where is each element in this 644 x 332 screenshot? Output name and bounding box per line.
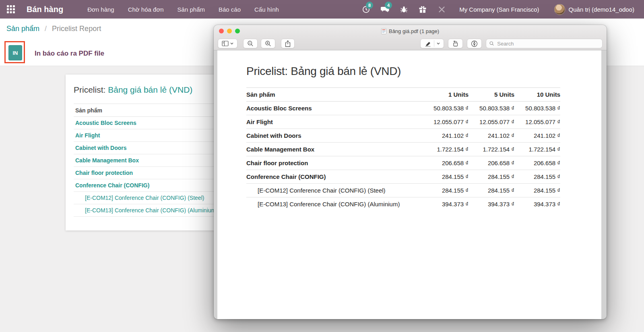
window-content: Pricelist: Bảng giá bán lẻ (VND) Sản phẩ… [214,50,607,319]
user-name: Quản trị (demo14_odoo) [569,6,634,13]
search-input[interactable] [496,40,599,47]
company-switcher[interactable]: My Company (San Francisco) [457,6,541,13]
pdf-page: Pricelist: Bảng giá bán lẻ (VND) Sản phẩ… [217,50,601,319]
price-cell: 1.722.154 ₫ [514,143,560,156]
pdf-table-body: Acoustic Bloc Screens50.803.538 ₫50.803.… [246,102,560,211]
crossed-tools-glyph [438,6,446,13]
zoom-out-icon [247,40,254,47]
report-title-pricelist-link[interactable]: Bảng giá bán lẻ (VND) [108,85,192,94]
breadcrumb-separator: / [45,25,47,33]
breadcrumb-current: Pricelist Report [52,25,101,33]
pdf-preview-window: Bảng giá.pdf (1 page) [214,25,607,319]
price-cell: 241.102 ₫ [423,129,469,143]
search-icon [489,41,494,46]
table-row: Cable Management Box1.722.154 ₫1.722.154… [246,143,560,156]
price-cell: 394.373 ₫ [423,197,469,211]
top-navbar: Bán hàng Đơn hàngChờ hóa đơnSản phẩmBáo … [0,0,644,19]
column-header-1-units: 1 Units [423,88,469,102]
product-name-cell: Air Flight [246,115,423,129]
rotate-button[interactable] [448,39,463,48]
menu-item-orders[interactable]: Đơn hàng [87,6,114,13]
sidebar-icon [222,41,229,46]
table-row: Cabinet with Doors241.102 ₫241.102 ₫241.… [246,129,560,143]
navbar-systray: 8 4 [361,4,637,15]
price-cell: 284.155 ₫ [423,184,469,197]
gift-glyph [419,6,427,13]
share-icon [285,40,291,47]
price-cell: 50.803.538 ₫ [469,102,514,115]
pen-in-circle-icon [471,40,478,47]
table-row: [E-COM13] Conference Chair (CONFIG) (Alu… [246,197,560,211]
apps-grid-glyph [6,5,15,14]
bug-glyph [400,6,408,13]
zoom-in-button[interactable] [261,39,275,48]
price-cell: 394.373 ₫ [514,197,560,211]
table-row: [E-COM12] Conference Chair (CONFIG) (Ste… [246,184,560,197]
zoom-window-button[interactable] [235,29,240,33]
bug-icon[interactable] [399,5,408,14]
print-label: In báo cáo ra PDF file [35,50,104,58]
pdf-pricelist-table: Sản phẩm 1 Units 5 Units 10 Units Acoust… [246,87,560,211]
messages-icon[interactable]: 4 [380,5,389,14]
price-cell: 12.055.077 ₫ [514,115,560,129]
window-titlebar[interactable]: Bảng giá.pdf (1 page) [214,25,607,37]
pdf-title-name: Bảng giá bán lẻ (VND) [291,65,401,77]
product-name-cell: Cable Management Box [246,143,423,156]
pdf-title-prefix: Pricelist: [246,65,288,77]
price-cell: 284.155 ₫ [514,184,560,197]
table-row: Conference Chair (CONFIG)284.155 ₫284.15… [246,170,560,184]
product-name-cell: [E-COM13] Conference Chair (CONFIG) (Alu… [246,197,423,211]
share-button[interactable] [281,39,295,48]
zoom-out-button[interactable] [243,39,258,48]
messages-badge: 4 [385,2,392,9]
breadcrumb-parent[interactable]: Sản phẩm [6,25,39,33]
price-cell: 284.155 ₫ [423,170,469,184]
price-cell: 206.658 ₫ [469,156,514,170]
pdf-document-icon [381,28,386,34]
chevron-down-icon [437,42,440,45]
pdf-table-header: Sản phẩm 1 Units 5 Units 10 Units [246,88,560,102]
minimize-window-button[interactable] [227,29,232,33]
zoom-in-icon [265,40,271,47]
menu-item-to-invoice[interactable]: Chờ hóa đơn [128,6,164,13]
menu-item-products[interactable]: Sản phẩm [178,6,205,13]
tools-icon[interactable] [437,5,446,14]
chevron-down-icon [230,42,233,45]
apps-grid-icon[interactable] [6,4,16,15]
price-cell: 1.722.154 ₫ [469,143,514,156]
menu-item-configuration[interactable]: Cấu hình [254,6,279,13]
view-menu-button[interactable] [218,39,237,48]
window-title-text: Bảng giá.pdf (1 page) [389,28,439,34]
marker-pen-icon [424,41,431,47]
price-cell: 284.155 ₫ [469,170,514,184]
price-cell: 284.155 ₫ [514,170,560,184]
price-cell: 284.155 ₫ [469,184,514,197]
price-cell: 241.102 ₫ [469,129,514,143]
product-name-cell: Acoustic Bloc Screens [246,102,423,115]
product-name-cell: Conference Chair (CONFIG) [246,170,423,184]
price-cell: 206.658 ₫ [514,156,560,170]
close-window-button[interactable] [219,29,224,33]
gift-icon[interactable] [418,5,427,14]
window-title: Bảng giá.pdf (1 page) [214,25,607,37]
rotate-left-icon [452,40,459,47]
search-field [486,39,603,48]
activities-icon[interactable]: 8 [361,5,370,14]
price-cell: 50.803.538 ₫ [514,102,560,115]
pdf-report-title: Pricelist: Bảng giá bán lẻ (VND) [246,65,560,78]
price-cell: 12.055.077 ₫ [423,115,469,129]
button-divider [434,40,434,47]
column-header-product: Sản phẩm [246,88,423,102]
menu-item-reporting[interactable]: Báo cáo [219,6,241,13]
table-row: Chair floor protection206.658 ₫206.658 ₫… [246,156,560,170]
markup-toolbar-button[interactable] [467,39,482,48]
user-menu[interactable]: Quản trị (demo14_odoo) [552,4,637,15]
highlight-button[interactable] [420,39,444,48]
app-title[interactable]: Bán hàng [27,5,63,14]
avatar [554,4,565,15]
window-toolbar [214,37,607,50]
report-title-prefix: Pricelist: [74,85,105,94]
price-cell: 50.803.538 ₫ [423,102,469,115]
product-name-cell: [E-COM12] Conference Chair (CONFIG) (Ste… [246,184,423,197]
print-button[interactable]: IN [8,45,22,60]
